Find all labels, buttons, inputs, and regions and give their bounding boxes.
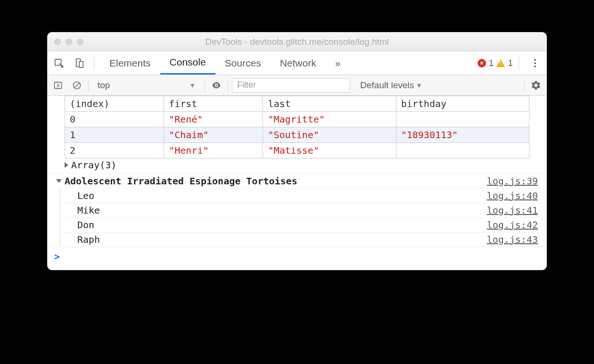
table-row[interactable]: 1 "Chaim" "Soutine" "18930113"	[65, 127, 529, 143]
clear-console-icon[interactable]	[69, 78, 84, 93]
execution-context-select[interactable]: top ▼	[92, 78, 201, 93]
log-entry[interactable]: Don log.js:42	[60, 217, 546, 232]
console-group-children: Leo log.js:40 Mike log.js:41 Don log.js:…	[60, 188, 546, 247]
device-toolbar-icon[interactable]	[71, 55, 88, 72]
tab-elements[interactable]: Elements	[100, 51, 160, 74]
filter-input[interactable]	[232, 78, 350, 92]
divider	[228, 79, 228, 92]
tab-sources[interactable]: Sources	[215, 51, 271, 74]
toggle-console-sidebar-icon[interactable]	[50, 78, 66, 93]
log-entry[interactable]: Leo log.js:40	[60, 188, 546, 203]
col-first[interactable]: first	[164, 96, 263, 112]
warning-icon	[496, 59, 505, 67]
live-expression-icon[interactable]	[209, 78, 224, 93]
log-levels-select[interactable]: Default levels ▼	[360, 80, 422, 91]
levels-label: Default levels	[360, 80, 414, 91]
svg-rect-3	[55, 82, 62, 88]
warning-count: 1	[508, 58, 513, 68]
console-table[interactable]: (index) first last birthday 0 "René" "Ma…	[65, 96, 529, 158]
zoom-window-button[interactable]	[77, 39, 83, 45]
source-link[interactable]: log.js:39	[487, 175, 538, 187]
source-link[interactable]: log.js:40	[487, 190, 538, 201]
col-index[interactable]: (index)	[65, 96, 164, 112]
source-link[interactable]: log.js:42	[487, 219, 538, 231]
traffic-lights	[54, 39, 83, 45]
more-menu-button[interactable]	[527, 55, 544, 72]
chevron-right-icon[interactable]	[65, 162, 68, 168]
chevron-down-icon[interactable]	[56, 179, 62, 183]
prompt-caret-icon: >	[54, 251, 60, 262]
status-badges[interactable]: × 1 1	[478, 58, 513, 68]
chevron-down-icon: ▼	[416, 82, 422, 89]
svg-point-5	[215, 84, 217, 86]
source-link[interactable]: log.js:43	[487, 234, 538, 245]
divider	[519, 56, 519, 70]
console-prompt[interactable]: >	[48, 247, 546, 266]
console-output: (index) first last birthday 0 "René" "Ma…	[48, 96, 546, 270]
console-settings-icon[interactable]	[528, 78, 544, 93]
divider	[524, 79, 525, 92]
panel-tabs: Elements Console Sources Network »	[100, 51, 350, 74]
table-row[interactable]: 2 "Henri" "Matisse"	[65, 143, 529, 158]
divider	[205, 79, 205, 92]
log-entry[interactable]: Raph log.js:43	[60, 232, 546, 247]
inspect-element-icon[interactable]	[50, 55, 67, 72]
close-window-button[interactable]	[54, 39, 61, 45]
group-label: Adolescent Irradiated Espionage Tortoise…	[65, 175, 487, 187]
minimize-window-button[interactable]	[66, 39, 72, 45]
divider	[88, 79, 89, 92]
console-toolbar: top ▼ Default levels ▼	[48, 75, 546, 96]
table-row[interactable]: 0 "René" "Magritte"	[65, 112, 529, 127]
chevron-down-icon: ▼	[189, 82, 196, 89]
divider	[94, 56, 94, 70]
context-label: top	[98, 80, 110, 91]
error-icon: ×	[478, 59, 486, 67]
tab-network[interactable]: Network	[271, 51, 326, 74]
console-group-header[interactable]: Adolescent Irradiated Espionage Tortoise…	[48, 174, 546, 188]
devtools-window: DevTools - devtools.glitch.me/console/lo…	[47, 32, 547, 270]
array-summary[interactable]: Array(3)	[65, 159, 529, 171]
log-entry[interactable]: Mike log.js:41	[60, 203, 546, 217]
window-title: DevTools - devtools.glitch.me/console/lo…	[48, 37, 546, 47]
source-link[interactable]: log.js:41	[487, 205, 538, 216]
titlebar: DevTools - devtools.glitch.me/console/lo…	[48, 33, 546, 51]
tab-console[interactable]: Console	[160, 51, 215, 74]
main-tabbar: Elements Console Sources Network » × 1 1	[48, 51, 546, 75]
tabs-overflow-button[interactable]: »	[326, 51, 350, 74]
col-birthday[interactable]: birthday	[396, 96, 529, 112]
table-header-row: (index) first last birthday	[65, 96, 529, 112]
col-last[interactable]: last	[263, 96, 396, 112]
svg-rect-2	[79, 61, 83, 67]
error-count: 1	[489, 58, 494, 68]
